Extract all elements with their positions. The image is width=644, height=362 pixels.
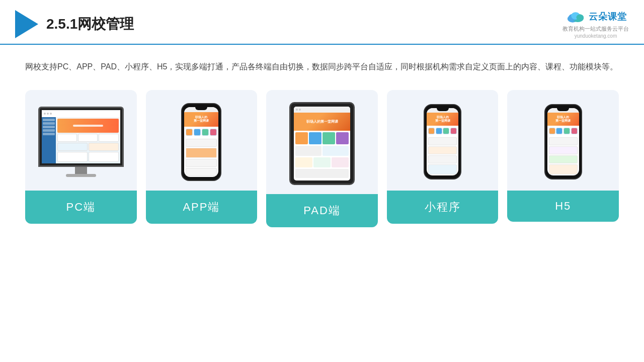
header: 2.5.1网校管理 云朵课堂 教育机构一站式服务云平台yunduoketang.… [0, 0, 644, 45]
phone-banner-h5: 职场人的第一堂网课 [547, 113, 579, 126]
screen-top-bar [42, 110, 120, 117]
phone-outer-h5: 职场人的第一堂网课 [544, 104, 582, 179]
screen-main [56, 117, 120, 163]
app-label: APP端 [146, 191, 258, 224]
dot3 [50, 113, 52, 115]
header-left: 2.5.1网校管理 [15, 10, 134, 38]
pad-screen: 职场人的第一堂网课 [294, 107, 350, 180]
h5-label: H5 [507, 191, 619, 222]
description-text: 网校支持PC、APP、PAD、小程序、H5，实现多端打通，产品各终端自由切换，数… [25, 59, 619, 75]
phone-notch-app [195, 107, 207, 110]
page-title: 2.5.1网校管理 [46, 15, 134, 34]
monitor-content [42, 110, 120, 163]
miniapp-image-area: 职场人的第一堂网课 [387, 90, 499, 191]
phone-screen-h5: 职场人的第一堂网课 [547, 108, 579, 175]
phone-h5: 职场人的第一堂网课 [544, 104, 582, 179]
app-image-area: 职场人的第一堂网课 [146, 90, 258, 191]
logo-text: 云朵课堂 [589, 11, 627, 23]
pad-device: 职场人的第一堂网课 [289, 102, 355, 185]
card-pad: 职场人的第一堂网课 [266, 90, 378, 227]
h5-image-area: 职场人的第一堂网课 [507, 90, 619, 191]
cards-container: PC端 职场人的第一堂网课 [25, 90, 619, 227]
card-miniapp: 职场人的第一堂网课 [387, 90, 499, 224]
phone-outer-miniapp: 职场人的第一堂网课 [424, 104, 461, 179]
phone-banner-app: 职场人的第一堂网课 [184, 112, 218, 127]
svg-point-4 [576, 15, 584, 21]
phone-app: 职场人的第一堂网课 [181, 103, 221, 181]
monitor-base [66, 174, 96, 177]
logo-brand: 云朵课堂 [565, 9, 627, 24]
phone-notch-h5 [557, 108, 569, 111]
screen-banner [57, 119, 119, 133]
monitor-stand [75, 167, 87, 174]
phone-banner-miniapp: 职场人的第一堂网课 [427, 113, 458, 126]
dot2 [47, 113, 49, 115]
dot1 [44, 113, 46, 115]
phone-miniapp: 职场人的第一堂网课 [424, 104, 461, 179]
pc-monitor [38, 107, 124, 177]
main-content: 网校支持PC、APP、PAD、小程序、H5，实现多端打通，产品各终端自由切换，数… [0, 45, 644, 227]
play-icon [15, 10, 38, 38]
logo-area: 云朵课堂 教育机构一站式服务云平台yunduoketang.com [562, 9, 629, 39]
pc-label: PC端 [25, 191, 137, 224]
screen-sidebar [42, 117, 56, 163]
phone-screen-miniapp: 职场人的第一堂网课 [427, 108, 458, 175]
screen-body [42, 117, 120, 163]
monitor-screen [38, 107, 124, 167]
card-app: 职场人的第一堂网课 [146, 90, 258, 224]
pad-banner: 职场人的第一堂网课 [294, 113, 350, 131]
pc-image-area [25, 90, 137, 191]
cloud-logo-icon [565, 9, 587, 24]
pad-image-area: 职场人的第一堂网课 [266, 90, 378, 194]
logo-sub-text: 教育机构一站式服务云平台yunduoketang.com [562, 25, 629, 39]
page-container: 2.5.1网校管理 云朵课堂 教育机构一站式服务云平台yunduoketang.… [0, 0, 644, 227]
phone-screen-app: 职场人的第一堂网课 [184, 107, 218, 177]
phone-notch-miniapp [437, 108, 449, 111]
pad-outer: 职场人的第一堂网课 [289, 102, 355, 185]
card-pc: PC端 [25, 90, 137, 224]
miniapp-label: 小程序 [387, 191, 499, 224]
pad-content [294, 131, 350, 180]
pad-label: PAD端 [266, 194, 378, 227]
phone-outer-app: 职场人的第一堂网课 [181, 103, 221, 181]
card-h5: 职场人的第一堂网课 [507, 90, 619, 222]
